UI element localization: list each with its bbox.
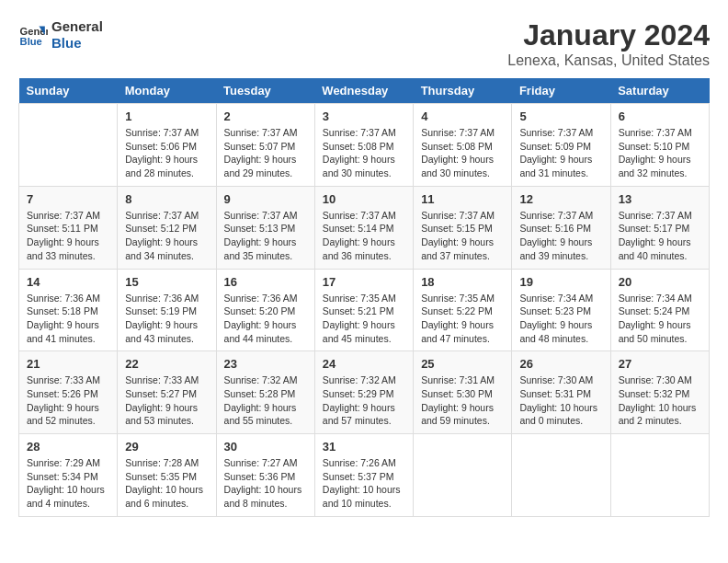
day-number: 8 bbox=[125, 192, 208, 206]
day-info: Sunrise: 7:37 AM Sunset: 5:17 PM Dayligh… bbox=[619, 209, 701, 263]
day-cell bbox=[19, 104, 118, 187]
sunset-text: Sunset: 5:12 PM bbox=[125, 222, 208, 236]
week-row-2: 14 Sunrise: 7:36 AM Sunset: 5:18 PM Dayl… bbox=[19, 269, 710, 351]
sunrise-text: Sunrise: 7:34 AM bbox=[519, 292, 602, 305]
day-info: Sunrise: 7:28 AM Sunset: 5:35 PM Dayligh… bbox=[125, 456, 208, 511]
daylight-text: Daylight: 9 hours and 40 minutes. bbox=[619, 236, 701, 262]
daylight-text: Daylight: 9 hours and 50 minutes. bbox=[619, 318, 701, 345]
sunrise-text: Sunrise: 7:35 AM bbox=[421, 292, 504, 305]
day-info: Sunrise: 7:32 AM Sunset: 5:28 PM Dayligh… bbox=[224, 373, 307, 428]
day-number: 12 bbox=[519, 192, 602, 206]
sunrise-text: Sunrise: 7:37 AM bbox=[224, 209, 307, 223]
day-info: Sunrise: 7:33 AM Sunset: 5:26 PM Dayligh… bbox=[27, 373, 109, 428]
header-friday: Friday bbox=[512, 78, 610, 104]
day-info: Sunrise: 7:34 AM Sunset: 5:24 PM Dayligh… bbox=[619, 292, 701, 346]
header-monday: Monday bbox=[118, 78, 216, 104]
daylight-text: Daylight: 9 hours and 30 minutes. bbox=[323, 153, 405, 179]
sunrise-text: Sunrise: 7:33 AM bbox=[125, 373, 208, 387]
day-number: 22 bbox=[125, 357, 208, 371]
day-number: 6 bbox=[619, 109, 701, 123]
daylight-text: Daylight: 9 hours and 32 minutes. bbox=[619, 153, 701, 179]
day-info: Sunrise: 7:35 AM Sunset: 5:21 PM Dayligh… bbox=[323, 292, 405, 346]
week-row-0: 1 Sunrise: 7:37 AM Sunset: 5:06 PM Dayli… bbox=[19, 104, 710, 187]
header-tuesday: Tuesday bbox=[216, 78, 314, 104]
day-number: 15 bbox=[125, 275, 208, 289]
daylight-text: Daylight: 9 hours and 28 minutes. bbox=[125, 153, 208, 179]
sunrise-text: Sunrise: 7:36 AM bbox=[125, 292, 208, 305]
daylight-text: Daylight: 9 hours and 36 minutes. bbox=[323, 236, 405, 262]
daylight-text: Daylight: 9 hours and 31 minutes. bbox=[519, 153, 602, 179]
day-cell bbox=[512, 434, 610, 517]
header-sunday: Sunday bbox=[19, 78, 118, 104]
day-cell: 3 Sunrise: 7:37 AM Sunset: 5:08 PM Dayli… bbox=[314, 104, 413, 187]
sunset-text: Sunset: 5:31 PM bbox=[519, 387, 602, 401]
header: General Blue General Blue January 2024 L… bbox=[18, 18, 710, 69]
day-cell: 26 Sunrise: 7:30 AM Sunset: 5:31 PM Dayl… bbox=[512, 351, 610, 434]
day-cell: 10 Sunrise: 7:37 AM Sunset: 5:14 PM Dayl… bbox=[314, 186, 413, 269]
logo-blue: Blue bbox=[51, 35, 103, 52]
svg-text:Blue: Blue bbox=[20, 36, 42, 47]
sunset-text: Sunset: 5:06 PM bbox=[125, 140, 208, 154]
day-info: Sunrise: 7:37 AM Sunset: 5:10 PM Dayligh… bbox=[619, 126, 701, 180]
day-cell: 15 Sunrise: 7:36 AM Sunset: 5:19 PM Dayl… bbox=[118, 269, 216, 351]
day-cell: 13 Sunrise: 7:37 AM Sunset: 5:17 PM Dayl… bbox=[610, 186, 709, 269]
sunset-text: Sunset: 5:37 PM bbox=[323, 470, 405, 484]
sunset-text: Sunset: 5:09 PM bbox=[519, 140, 602, 154]
day-info: Sunrise: 7:35 AM Sunset: 5:22 PM Dayligh… bbox=[421, 292, 504, 346]
day-number: 25 bbox=[421, 357, 504, 371]
day-info: Sunrise: 7:37 AM Sunset: 5:13 PM Dayligh… bbox=[224, 209, 307, 263]
sunset-text: Sunset: 5:10 PM bbox=[619, 140, 701, 154]
daylight-text: Daylight: 9 hours and 30 minutes. bbox=[421, 153, 504, 179]
logo-icon: General Blue bbox=[18, 20, 48, 50]
day-number: 14 bbox=[27, 275, 109, 289]
week-row-3: 21 Sunrise: 7:33 AM Sunset: 5:26 PM Dayl… bbox=[19, 351, 710, 434]
sunrise-text: Sunrise: 7:28 AM bbox=[125, 456, 208, 470]
sunrise-text: Sunrise: 7:37 AM bbox=[519, 209, 602, 223]
day-cell bbox=[414, 434, 512, 517]
day-cell: 19 Sunrise: 7:34 AM Sunset: 5:23 PM Dayl… bbox=[512, 269, 610, 351]
daylight-text: Daylight: 10 hours and 10 minutes. bbox=[323, 483, 405, 510]
sunrise-text: Sunrise: 7:32 AM bbox=[323, 373, 405, 387]
sunrise-text: Sunrise: 7:33 AM bbox=[27, 373, 109, 387]
sunset-text: Sunset: 5:17 PM bbox=[619, 222, 701, 236]
sunrise-text: Sunrise: 7:37 AM bbox=[323, 209, 405, 223]
day-cell: 30 Sunrise: 7:27 AM Sunset: 5:36 PM Dayl… bbox=[216, 434, 314, 517]
day-info: Sunrise: 7:33 AM Sunset: 5:27 PM Dayligh… bbox=[125, 373, 208, 428]
daylight-text: Daylight: 9 hours and 47 minutes. bbox=[421, 318, 504, 345]
day-cell: 25 Sunrise: 7:31 AM Sunset: 5:30 PM Dayl… bbox=[414, 351, 512, 434]
daylight-text: Daylight: 9 hours and 52 minutes. bbox=[27, 401, 109, 428]
sunrise-text: Sunrise: 7:37 AM bbox=[323, 126, 405, 140]
day-info: Sunrise: 7:37 AM Sunset: 5:14 PM Dayligh… bbox=[323, 209, 405, 263]
sunset-text: Sunset: 5:26 PM bbox=[27, 387, 109, 401]
day-cell: 8 Sunrise: 7:37 AM Sunset: 5:12 PM Dayli… bbox=[118, 186, 216, 269]
day-cell: 21 Sunrise: 7:33 AM Sunset: 5:26 PM Dayl… bbox=[19, 351, 118, 434]
day-number: 26 bbox=[519, 357, 602, 371]
day-cell: 14 Sunrise: 7:36 AM Sunset: 5:18 PM Dayl… bbox=[19, 269, 118, 351]
sunrise-text: Sunrise: 7:32 AM bbox=[224, 373, 307, 387]
sunrise-text: Sunrise: 7:29 AM bbox=[27, 456, 109, 470]
day-number: 1 bbox=[125, 109, 208, 123]
title-area: January 2024 Lenexa, Kansas, United Stat… bbox=[507, 18, 710, 69]
sunrise-text: Sunrise: 7:27 AM bbox=[224, 456, 307, 470]
sunrise-text: Sunrise: 7:37 AM bbox=[519, 126, 602, 140]
day-cell: 20 Sunrise: 7:34 AM Sunset: 5:24 PM Dayl… bbox=[610, 269, 709, 351]
sunset-text: Sunset: 5:23 PM bbox=[519, 304, 602, 318]
day-number: 30 bbox=[224, 440, 307, 454]
sunset-text: Sunset: 5:27 PM bbox=[125, 387, 208, 401]
sunrise-text: Sunrise: 7:26 AM bbox=[323, 456, 405, 470]
day-number: 9 bbox=[224, 192, 307, 206]
sunset-text: Sunset: 5:13 PM bbox=[224, 222, 307, 236]
header-saturday: Saturday bbox=[610, 78, 709, 104]
day-cell: 9 Sunrise: 7:37 AM Sunset: 5:13 PM Dayli… bbox=[216, 186, 314, 269]
day-info: Sunrise: 7:36 AM Sunset: 5:18 PM Dayligh… bbox=[27, 292, 109, 346]
logo: General Blue General Blue bbox=[18, 18, 103, 52]
sunset-text: Sunset: 5:07 PM bbox=[224, 140, 307, 154]
daylight-text: Daylight: 9 hours and 43 minutes. bbox=[125, 318, 208, 345]
day-info: Sunrise: 7:32 AM Sunset: 5:29 PM Dayligh… bbox=[323, 373, 405, 428]
day-info: Sunrise: 7:37 AM Sunset: 5:06 PM Dayligh… bbox=[125, 126, 208, 180]
day-number: 27 bbox=[619, 357, 701, 371]
day-cell: 5 Sunrise: 7:37 AM Sunset: 5:09 PM Dayli… bbox=[512, 104, 610, 187]
sunrise-text: Sunrise: 7:36 AM bbox=[224, 292, 307, 305]
daylight-text: Daylight: 9 hours and 59 minutes. bbox=[421, 401, 504, 428]
daylight-text: Daylight: 9 hours and 37 minutes. bbox=[421, 236, 504, 262]
